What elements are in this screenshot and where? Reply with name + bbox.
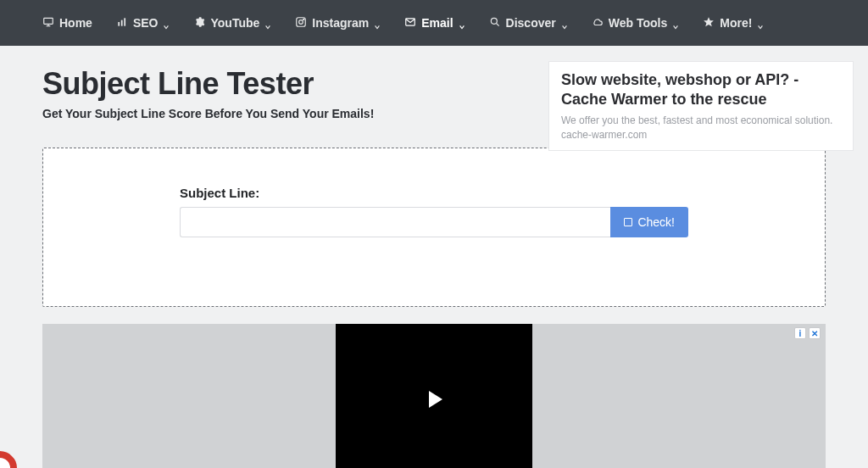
corner-widget-icon[interactable]: [0, 444, 24, 468]
page-title: Subject Line Tester: [42, 66, 374, 102]
cloud-icon: [592, 16, 604, 31]
svg-rect-5: [124, 18, 125, 25]
nav-seo[interactable]: SEO: [116, 16, 170, 31]
top-navbar: Home SEO YouTube Instagram Email Discove: [0, 0, 868, 46]
nav-label: More!: [720, 16, 752, 30]
chevron-down-icon: [757, 20, 764, 26]
svg-rect-3: [118, 22, 120, 26]
chevron-down-icon: [264, 20, 271, 26]
page-content: Subject Line Tester Get Your Subject Lin…: [0, 46, 868, 307]
form-panel: Subject Line: Check!: [42, 148, 826, 307]
monitor-icon: [42, 16, 54, 31]
form-wrap: Subject Line: Check!: [180, 186, 688, 237]
nav-more[interactable]: More!: [703, 16, 764, 31]
video-thumbnail[interactable]: [336, 324, 532, 468]
mail-icon: [404, 16, 416, 31]
nav-label: Home: [59, 16, 92, 30]
nav-label: YouTube: [210, 16, 259, 30]
subject-line-label: Subject Line:: [180, 186, 688, 200]
chevron-down-icon: [561, 20, 568, 26]
chart-icon: [116, 16, 128, 31]
svg-line-11: [496, 23, 498, 25]
ad-info-button[interactable]: i: [794, 327, 806, 339]
svg-rect-0: [44, 18, 53, 24]
gear-icon: [193, 16, 205, 31]
svg-point-10: [491, 18, 497, 24]
ad-card[interactable]: Slow website, webshop or API? - Cache Wa…: [548, 61, 854, 151]
check-button-label: Check!: [637, 215, 675, 229]
check-button[interactable]: Check!: [610, 207, 688, 237]
ad-banner: i ✕: [42, 324, 826, 468]
svg-point-7: [299, 20, 303, 24]
nav-label: SEO: [133, 16, 159, 30]
svg-point-8: [303, 19, 304, 20]
nav-discover[interactable]: Discover: [489, 16, 568, 31]
svg-rect-4: [121, 20, 123, 25]
ad-close-button[interactable]: ✕: [809, 327, 821, 339]
subject-line-input[interactable]: [180, 207, 610, 237]
page-subtitle: Get Your Subject Line Score Before You S…: [42, 107, 374, 120]
nav-label: Email: [421, 16, 453, 30]
nav-email[interactable]: Email: [404, 16, 465, 31]
nav-label: Web Tools: [609, 16, 667, 30]
chevron-down-icon: [374, 20, 381, 26]
ad-controls: i ✕: [794, 327, 821, 339]
ad-card-description: We offer you the best, fastest and most …: [561, 114, 841, 142]
search-icon: [489, 16, 501, 31]
nav-home[interactable]: Home: [42, 16, 92, 31]
square-icon: [624, 218, 632, 226]
camera-icon: [295, 16, 307, 31]
nav-youtube[interactable]: YouTube: [193, 16, 271, 31]
chevron-down-icon: [672, 20, 679, 26]
chevron-down-icon: [163, 20, 170, 26]
ad-card-title: Slow website, webshop or API? - Cache Wa…: [561, 70, 841, 110]
nav-webtools[interactable]: Web Tools: [592, 16, 679, 31]
title-block: Subject Line Tester Get Your Subject Lin…: [42, 66, 374, 120]
star-icon: [703, 16, 715, 31]
chevron-down-icon: [459, 20, 465, 26]
nav-instagram[interactable]: Instagram: [295, 16, 381, 31]
svg-marker-12: [704, 17, 714, 26]
nav-label: Discover: [506, 16, 556, 30]
nav-label: Instagram: [312, 16, 369, 30]
input-row: Check!: [180, 207, 688, 237]
play-icon: [429, 391, 442, 408]
